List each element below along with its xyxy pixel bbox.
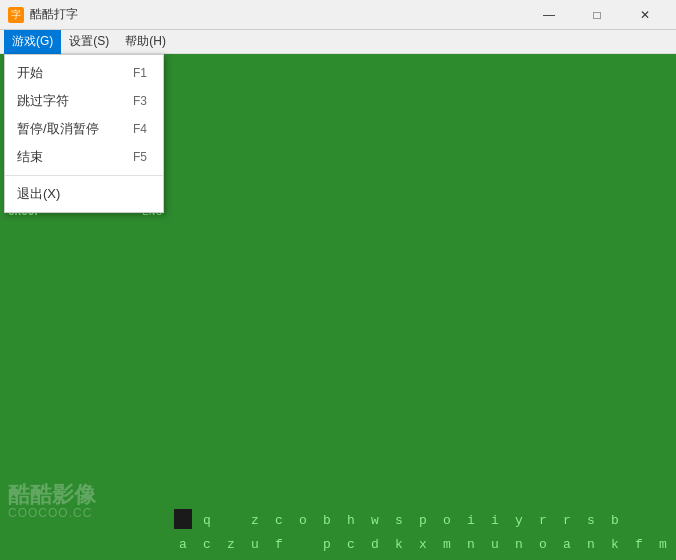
dropdown-exit[interactable]: 退出(X) (5, 180, 163, 208)
char-cell: i (486, 509, 504, 532)
dropdown-start-label: 开始 (17, 64, 43, 82)
char-cell: c (198, 533, 216, 556)
char-cell: i (462, 509, 480, 532)
menu-game[interactable]: 游戏(G) (4, 30, 61, 54)
menubar: 游戏(G) 设置(S) 帮助(H) 开始 F1 跳过字符 F3 暂停/取消暂停 … (0, 30, 676, 54)
char-cell: m (654, 533, 672, 556)
logo-sub: COOCOO.CC (8, 506, 96, 520)
game-area: qzcobhwspoiiyrrsb aczufpcdkxmnunoankfmn (170, 54, 676, 560)
char-row-2: aczufpcdkxmnunoankfmn (174, 533, 676, 556)
char-cell: o (534, 533, 552, 556)
char-cell: n (582, 533, 600, 556)
logo-main: 酷酷影像 (8, 484, 96, 506)
menu-settings[interactable]: 设置(S) (61, 30, 117, 54)
char-cell (294, 533, 312, 556)
char-row-1: qzcobhwspoiiyrrsb (174, 509, 676, 532)
char-cell: z (246, 509, 264, 532)
char-cell: s (582, 509, 600, 532)
titlebar: 字 酷酷打字 — □ ✕ (0, 0, 676, 30)
dropdown-start[interactable]: 开始 F1 (5, 59, 163, 87)
char-cell (222, 509, 240, 532)
char-cell: a (174, 533, 192, 556)
char-cell: f (630, 533, 648, 556)
char-cell: m (438, 533, 456, 556)
app-icon: 字 (8, 7, 24, 23)
dropdown-skip[interactable]: 跳过字符 F3 (5, 87, 163, 115)
game-dropdown: 开始 F1 跳过字符 F3 暂停/取消暂停 F4 结束 F5 退出(X) (4, 54, 164, 213)
char-cell: y (510, 509, 528, 532)
char-cell: w (366, 509, 384, 532)
char-cell: c (342, 533, 360, 556)
char-cell: r (558, 509, 576, 532)
dropdown-separator (5, 175, 163, 176)
char-cell: r (534, 509, 552, 532)
char-cell: o (438, 509, 456, 532)
logo-area: 酷酷影像 COOCOO.CC (8, 484, 96, 520)
char-cell: h (342, 509, 360, 532)
char-cell: n (462, 533, 480, 556)
char-cell: q (198, 509, 216, 532)
char-cell: z (222, 533, 240, 556)
dropdown-pause-shortcut: F4 (133, 122, 147, 136)
char-cell: k (390, 533, 408, 556)
char-cell: o (294, 509, 312, 532)
menu-help[interactable]: 帮助(H) (117, 30, 174, 54)
close-button[interactable]: ✕ (622, 0, 668, 30)
char-cell: d (366, 533, 384, 556)
dropdown-skip-label: 跳过字符 (17, 92, 69, 110)
dropdown-end-label: 结束 (17, 148, 43, 166)
char-cell: k (606, 533, 624, 556)
dropdown-exit-label: 退出(X) (17, 185, 60, 203)
char-cell: f (270, 533, 288, 556)
char-cell: a (558, 533, 576, 556)
dropdown-end-shortcut: F5 (133, 150, 147, 164)
char-cell: b (318, 509, 336, 532)
char-cell (174, 509, 192, 529)
char-cell: x (414, 533, 432, 556)
char-cell: u (486, 533, 504, 556)
titlebar-left: 字 酷酷打字 (8, 6, 78, 23)
char-cell: u (246, 533, 264, 556)
app-title: 酷酷打字 (30, 6, 78, 23)
dropdown-pause[interactable]: 暂停/取消暂停 F4 (5, 115, 163, 143)
char-cell: b (606, 509, 624, 532)
char-cell: p (414, 509, 432, 532)
dropdown-pause-label: 暂停/取消暂停 (17, 120, 99, 138)
maximize-button[interactable]: □ (574, 0, 620, 30)
char-cell: p (318, 533, 336, 556)
dropdown-start-shortcut: F1 (133, 66, 147, 80)
char-cell: c (270, 509, 288, 532)
minimize-button[interactable]: — (526, 0, 572, 30)
titlebar-controls: — □ ✕ (526, 0, 668, 30)
dropdown-skip-shortcut: F3 (133, 94, 147, 108)
char-rows: qzcobhwspoiiyrrsb aczufpcdkxmnunoankfmn (170, 509, 676, 556)
char-cell: n (510, 533, 528, 556)
char-cell: s (390, 509, 408, 532)
dropdown-end[interactable]: 结束 F5 (5, 143, 163, 171)
